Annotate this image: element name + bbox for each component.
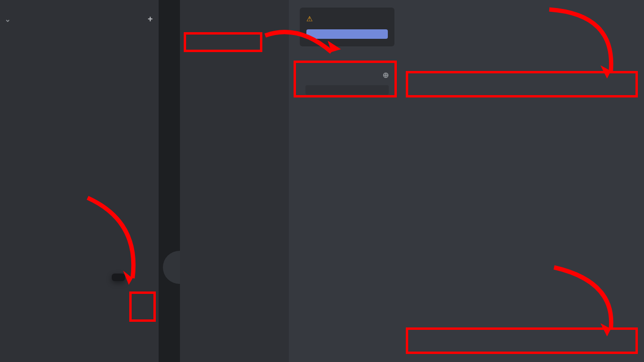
role-item-everyone[interactable] (305, 85, 389, 95)
channel-settings-sidebar (180, 0, 289, 362)
delete-channel-button[interactable] (185, 25, 284, 32)
permissions-sync-panel: ⚠ (300, 8, 394, 46)
warning-icon: ⚠ (306, 14, 313, 24)
add-channel-icon[interactable]: + (148, 14, 153, 24)
settings-sidebar-header (185, 9, 284, 14)
permissions-list (408, 0, 644, 362)
channel-list: ⌄ + (0, 0, 159, 362)
edit-channel-tooltip (112, 274, 125, 281)
chevron-down-icon: ⌄ (5, 15, 11, 24)
roles-members-panel: ⊕ (300, 64, 394, 101)
add-role-icon[interactable]: ⊕ (383, 71, 389, 79)
sync-now-button[interactable] (306, 29, 388, 39)
category-header-text-channels[interactable]: ⌄ + (4, 3, 155, 28)
